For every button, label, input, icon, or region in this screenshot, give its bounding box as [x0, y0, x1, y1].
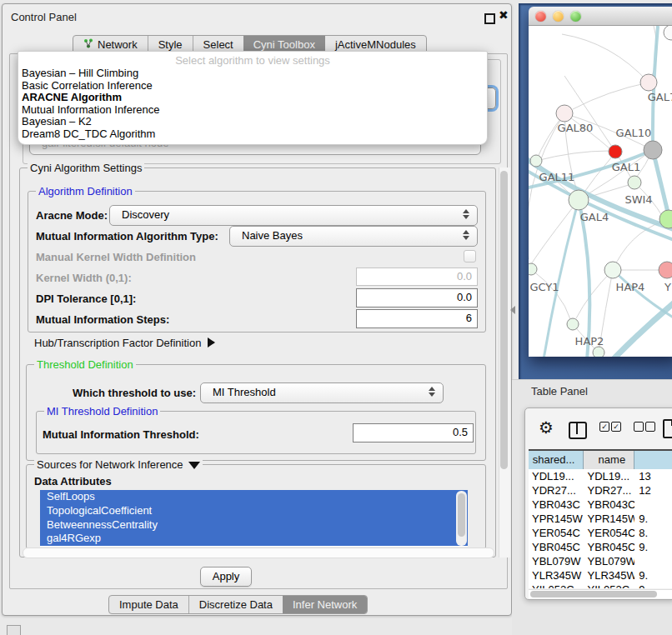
network-node-label: HAP4: [616, 281, 645, 293]
table-cell: YIL052C: [529, 582, 584, 588]
table-row[interactable]: YIL052CYIL052C9: [529, 582, 672, 588]
table-row[interactable]: YDR27...YDR27...12: [529, 483, 672, 498]
close-icon[interactable]: ✖: [499, 8, 509, 22]
table-cell: YDL19...: [584, 469, 635, 483]
table-cell: YDR27...: [584, 483, 635, 498]
cyni-algorithm-settings-title: Cyni Algorithm Settings: [28, 162, 144, 174]
network-node[interactable]: [609, 145, 622, 158]
float-window-icon[interactable]: [484, 13, 495, 24]
network-edge[interactable]: [576, 270, 613, 318]
network-node[interactable]: [556, 105, 573, 122]
table-row[interactable]: YBR043CYBR043C: [529, 498, 672, 512]
minimize-traffic-light-icon[interactable]: [553, 11, 564, 22]
network-node[interactable]: [529, 263, 537, 275]
algorithm-option[interactable]: ARACNE Algorithm: [18, 92, 487, 104]
hub-definition-label: Hub/Transcription Factor Definition: [34, 337, 201, 349]
network-node[interactable]: [567, 318, 579, 330]
mi-algorithm-type-select[interactable]: Naive Bayes: [229, 226, 478, 247]
table-cell: YBR043C: [529, 498, 584, 512]
split-pane-collapse-icon[interactable]: [510, 306, 515, 314]
network-node[interactable]: [640, 74, 657, 91]
network-window-titlebar[interactable]: [529, 7, 672, 26]
tab-infer-network[interactable]: Infer Network: [283, 596, 367, 613]
select-all-checkbox-icon[interactable]: ✓: [611, 422, 621, 432]
control-panel-window: Control Panel ✖ Network Style Select Cyn…: [2, 3, 512, 616]
network-node-label: GAL10: [616, 127, 652, 139]
which-threshold-label: Which threshold to use:: [73, 387, 196, 399]
combo-arrows-icon: [463, 209, 469, 219]
data-attribute-item[interactable]: SelfLoops: [40, 490, 468, 504]
expand-right-icon: [208, 338, 215, 348]
table-row[interactable]: YER054CYER054C8.: [529, 526, 672, 540]
network-icon: [83, 38, 93, 51]
table-row[interactable]: YDL19...YDL19...13: [529, 469, 672, 483]
network-canvas-container: GAL7GAL80GAL10GAL11GAL1SWI4GAL4GCY1HAP4Y…: [529, 26, 672, 357]
zoom-traffic-light-icon[interactable]: [570, 11, 581, 22]
aracne-mode-select[interactable]: Discovery: [109, 205, 478, 226]
close-traffic-light-icon[interactable]: [535, 11, 546, 22]
manual-kernel-width-label: Manual Kernel Width Definition: [36, 251, 196, 263]
table-body: YDL19...YDL19...13YDR27...YDR27...12YBR0…: [529, 469, 672, 588]
tab-impute-data[interactable]: Impute Data: [109, 596, 188, 613]
deselect-all-checkbox-icon[interactable]: [634, 422, 644, 432]
algorithm-option[interactable]: Bayesian – Hill Climbing: [18, 68, 487, 80]
network-node[interactable]: [664, 26, 672, 40]
algorithm-option[interactable]: Mutual Information Inference: [18, 104, 487, 117]
algorithm-option-list: Bayesian – Hill ClimbingBasic Correlatio…: [18, 68, 487, 141]
mi-algorithm-type-label: Mutual Information Algorithm Type:: [36, 230, 218, 242]
data-attribute-item[interactable]: BetweennessCentrality: [40, 518, 468, 532]
data-attribute-item[interactable]: TopologicalCoefficient: [40, 504, 468, 518]
resize-grip[interactable]: [7, 625, 21, 635]
table-horizontal-scrollbar-thumb[interactable]: [530, 591, 657, 598]
network-node[interactable]: [604, 262, 621, 278]
table-row[interactable]: YLR345WYLR345W9.: [529, 568, 672, 582]
dpi-tolerance-label: DPI Tolerance [0,1]:: [36, 292, 136, 305]
data-attribute-item[interactable]: gal4RGexp: [40, 532, 468, 546]
column-view-icon[interactable]: [569, 422, 587, 439]
hub-definition-expander[interactable]: Hub/Transcription Factor Definition: [34, 337, 215, 349]
network-node[interactable]: [593, 347, 604, 357]
algorithm-option[interactable]: Dream8 DC_TDC Algorithm: [18, 128, 487, 141]
settings-vertical-scrollbar-thumb[interactable]: [500, 171, 508, 469]
network-edge-highlighted[interactable]: [544, 200, 579, 357]
network-node[interactable]: [569, 190, 589, 210]
dpi-tolerance-field[interactable]: 0.0: [356, 288, 478, 308]
mi-steps-field[interactable]: 6: [356, 309, 478, 328]
table-row[interactable]: YBR045CYBR045C9.: [529, 540, 672, 554]
column-header-name[interactable]: name: [584, 451, 634, 469]
kernel-width-field[interactable]: 0.0: [356, 268, 478, 286]
table-cell: 8.: [634, 526, 672, 540]
network-node[interactable]: [644, 141, 662, 159]
apply-button[interactable]: Apply: [200, 567, 252, 587]
settings-horizontal-scrollbar[interactable]: [23, 548, 494, 558]
column-header-shared[interactable]: shared...: [529, 451, 584, 469]
select-all-checkbox-icon[interactable]: ✓: [599, 422, 609, 432]
manual-kernel-width-checkbox[interactable]: [464, 250, 476, 262]
network-node[interactable]: [659, 262, 672, 278]
table-cell: YPR145W: [529, 512, 584, 526]
network-node[interactable]: [628, 176, 641, 189]
attributes-scrollbar-thumb[interactable]: [458, 493, 465, 537]
deselect-all-checkbox-icon[interactable]: [645, 422, 655, 432]
gear-icon[interactable]: ⚙: [539, 419, 554, 436]
network-edge[interactable]: [562, 34, 649, 82]
export-file-icon[interactable]: [663, 419, 672, 438]
column-header-third[interactable]: [634, 451, 672, 469]
data-attributes-list[interactable]: SelfLoopsTopologicalCoefficientBetweenne…: [40, 490, 468, 547]
network-node-label: GCY1: [529, 281, 559, 293]
sources-group-title[interactable]: Sources for Network Inference: [34, 458, 203, 471]
mi-threshold-field[interactable]: 0.5: [353, 423, 474, 442]
network-edge[interactable]: [531, 200, 579, 264]
network-node[interactable]: [530, 155, 542, 167]
network-edge[interactable]: [536, 151, 609, 161]
algorithm-option[interactable]: Bayesian – K2: [18, 116, 487, 128]
table-horizontal-scrollbar[interactable]: [529, 589, 672, 598]
which-threshold-select[interactable]: MI Threshold: [200, 382, 444, 403]
table-row[interactable]: YPR145WYPR145W9.: [529, 512, 672, 526]
table-row[interactable]: YBL079WYBL079W: [529, 554, 672, 568]
network-edge[interactable]: [613, 222, 662, 270]
algorithm-option[interactable]: Basic Correlation Inference: [18, 80, 487, 92]
network-edge[interactable]: [531, 269, 570, 319]
network-canvas[interactable]: GAL7GAL80GAL10GAL11GAL1SWI4GAL4GCY1HAP4Y…: [529, 26, 672, 357]
tab-discretize-data[interactable]: Discretize Data: [188, 596, 283, 613]
